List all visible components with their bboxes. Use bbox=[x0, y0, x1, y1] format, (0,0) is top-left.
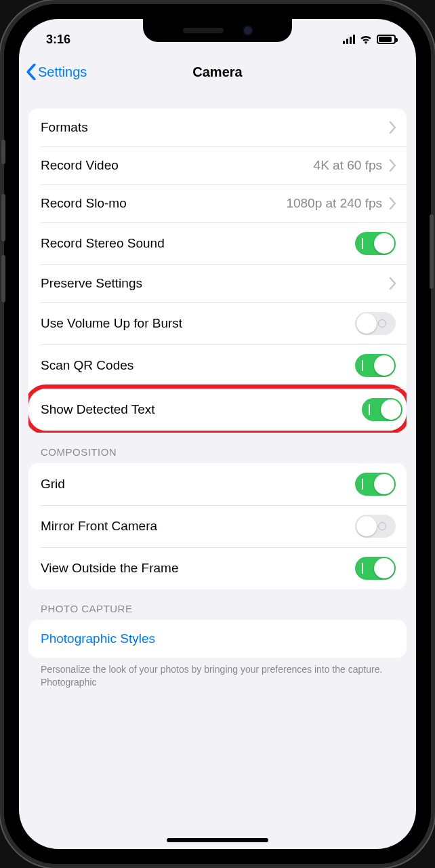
home-indicator[interactable] bbox=[167, 838, 268, 842]
chevron-right-icon bbox=[389, 197, 396, 210]
row-value: 4K at 60 fps bbox=[314, 158, 382, 173]
back-button[interactable]: Settings bbox=[26, 64, 87, 80]
row-label: Use Volume Up for Burst bbox=[41, 316, 182, 331]
chevron-right-icon bbox=[389, 277, 396, 290]
section-header-composition: COMPOSITION bbox=[28, 433, 407, 463]
row-preserve-settings[interactable]: Preserve Settings bbox=[28, 264, 407, 302]
row-grid: Grid bbox=[28, 463, 407, 505]
row-record-video[interactable]: Record Video 4K at 60 fps bbox=[28, 146, 407, 184]
row-label: Mirror Front Camera bbox=[41, 519, 157, 534]
section-header-photo-capture: PHOTO CAPTURE bbox=[28, 589, 407, 620]
toggle-view-outside-frame[interactable] bbox=[355, 557, 396, 580]
row-label: Show Detected Text bbox=[41, 402, 155, 417]
settings-content: Formats Record Video 4K at 60 fps Record… bbox=[19, 91, 416, 849]
row-label: Record Slo-mo bbox=[41, 196, 127, 211]
row-mirror-front: Mirror Front Camera bbox=[28, 505, 407, 547]
battery-icon bbox=[377, 35, 396, 44]
toggle-record-stereo[interactable] bbox=[355, 232, 396, 255]
row-value: 1080p at 240 fps bbox=[286, 196, 382, 211]
row-formats[interactable]: Formats bbox=[28, 108, 407, 146]
toggle-grid[interactable] bbox=[355, 473, 396, 496]
toggle-show-detected-text[interactable] bbox=[362, 398, 402, 421]
navigation-bar: Settings Camera bbox=[19, 53, 416, 91]
wifi-icon bbox=[359, 35, 373, 44]
chevron-right-icon bbox=[389, 121, 396, 134]
chevron-right-icon bbox=[389, 159, 396, 172]
settings-group-main: Formats Record Video 4K at 60 fps Record… bbox=[28, 108, 407, 433]
row-label: View Outside the Frame bbox=[41, 561, 178, 576]
row-label: Scan QR Codes bbox=[41, 358, 133, 373]
section-footer-photo-capture: Personalize the look of your photos by b… bbox=[28, 658, 407, 689]
row-label: Record Stereo Sound bbox=[41, 236, 165, 251]
row-scan-qr: Scan QR Codes bbox=[28, 344, 407, 387]
row-volume-burst: Use Volume Up for Burst bbox=[28, 302, 407, 344]
cellular-signal-icon bbox=[343, 35, 355, 44]
chevron-left-icon bbox=[26, 64, 37, 80]
back-label: Settings bbox=[38, 64, 87, 80]
row-label: Formats bbox=[41, 120, 88, 135]
row-record-stereo: Record Stereo Sound bbox=[28, 222, 407, 264]
row-label: Grid bbox=[41, 477, 65, 492]
row-photographic-styles[interactable]: Photographic Styles bbox=[28, 620, 407, 658]
settings-group-photo-capture: Photographic Styles bbox=[28, 620, 407, 658]
row-record-slomo[interactable]: Record Slo-mo 1080p at 240 fps bbox=[28, 184, 407, 222]
status-time: 3:16 bbox=[46, 33, 70, 47]
row-view-outside-frame: View Outside the Frame bbox=[28, 547, 407, 589]
toggle-scan-qr[interactable] bbox=[355, 354, 396, 377]
device-notch bbox=[143, 19, 292, 42]
toggle-mirror-front[interactable] bbox=[355, 515, 396, 538]
toggle-volume-burst[interactable] bbox=[355, 312, 396, 335]
row-label: Preserve Settings bbox=[41, 276, 142, 291]
row-label: Record Video bbox=[41, 158, 119, 173]
row-show-detected-text: Show Detected Text bbox=[28, 384, 407, 433]
row-label: Photographic Styles bbox=[41, 631, 155, 646]
settings-group-composition: Grid Mirror Front Camera View Outside th… bbox=[28, 463, 407, 589]
